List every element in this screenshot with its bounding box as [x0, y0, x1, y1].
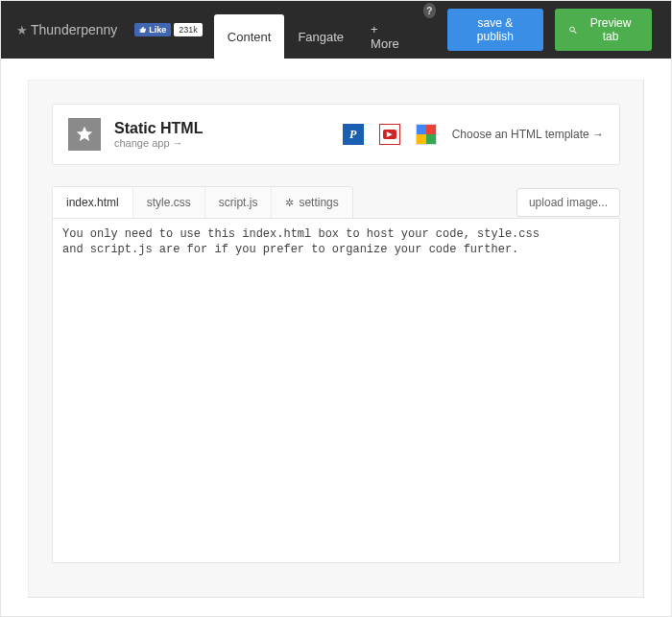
tab-style-css[interactable]: style.css — [133, 187, 205, 218]
youtube-icon[interactable]: ▶ — [379, 124, 400, 145]
tab-settings-label: settings — [299, 196, 338, 209]
thumbs-up-icon — [139, 26, 147, 34]
brand[interactable]: ★ Thunderpenny — [9, 22, 125, 37]
nav-content[interactable]: Content — [214, 14, 285, 59]
upload-image-button[interactable]: upload image... — [516, 188, 620, 217]
nav-fangate[interactable]: Fangate — [284, 14, 357, 59]
tab-script-js[interactable]: script.js — [205, 187, 273, 218]
upload-image-label: upload image... — [529, 196, 608, 209]
save-publish-button[interactable]: save & publish — [447, 9, 543, 51]
choose-template-link[interactable]: Choose an HTML template → — [452, 128, 604, 141]
tab-settings[interactable]: ✲ settings — [272, 187, 351, 218]
fb-like-count: 231k — [174, 23, 203, 36]
code-editor[interactable] — [52, 218, 620, 563]
editor-tabs: index.html style.css script.js ✲ setting… — [52, 186, 353, 218]
app-title: Static HTML — [114, 120, 203, 137]
fb-like-label: Like — [149, 25, 166, 35]
fb-like[interactable]: Like 231k — [134, 23, 203, 36]
stage: Static HTML change app → P ▶ Choose an H… — [28, 80, 644, 598]
paypal-icon[interactable]: P — [343, 124, 364, 145]
help-icon[interactable]: ? — [423, 3, 436, 18]
star-app-icon — [75, 125, 94, 144]
app-meta: Static HTML change app → — [114, 120, 203, 149]
fb-like-button[interactable]: Like — [134, 23, 171, 36]
nav-more[interactable]: + More — [357, 14, 416, 59]
maps-icon[interactable] — [416, 124, 437, 145]
app-header-card: Static HTML change app → P ▶ Choose an H… — [52, 104, 620, 165]
search-icon — [568, 25, 578, 36]
preview-tab-button[interactable]: Preview tab — [555, 9, 652, 51]
nav-more-label: + More — [371, 22, 402, 51]
save-publish-label: save & publish — [461, 16, 530, 43]
brand-label: Thunderpenny — [31, 22, 117, 37]
gear-icon: ✲ — [285, 197, 294, 209]
header-right: P ▶ Choose an HTML template → — [343, 124, 604, 145]
page: Static HTML change app → P ▶ Choose an H… — [1, 59, 671, 617]
app-icon — [68, 118, 101, 151]
tab-row: index.html style.css script.js ✲ setting… — [52, 186, 620, 218]
topbar: ★ Thunderpenny Like 231k Content Fangate… — [1, 1, 671, 59]
change-app-link[interactable]: change app → — [114, 137, 203, 149]
tab-index-html[interactable]: index.html — [53, 187, 133, 219]
star-icon: ★ — [16, 23, 28, 37]
nav-fangate-label: Fangate — [298, 30, 344, 44]
tab-index-label: index.html — [66, 196, 119, 209]
nav-content-label: Content — [228, 30, 272, 44]
tab-style-label: style.css — [147, 196, 191, 209]
preview-tab-label: Preview tab — [583, 16, 638, 43]
tab-script-label: script.js — [219, 196, 258, 209]
main-nav: Content Fangate + More ? — [214, 1, 436, 59]
